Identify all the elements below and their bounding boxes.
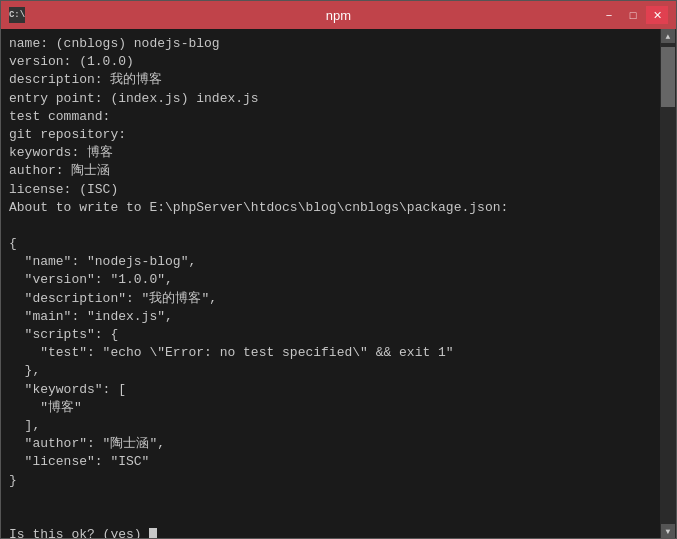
terminal-line-1: name: (cnblogs) nodejs-blog version: (1.… — [9, 36, 508, 538]
terminal-icon: C:\ — [9, 7, 25, 23]
terminal-output[interactable]: name: (cnblogs) nodejs-blog version: (1.… — [1, 29, 660, 538]
window-title: npm — [326, 8, 351, 23]
terminal-container: name: (cnblogs) nodejs-blog version: (1.… — [1, 29, 676, 538]
scrollbar-track[interactable] — [661, 43, 675, 524]
title-bar-left: C:\ — [9, 7, 25, 23]
scrollbar-up-arrow[interactable]: ▲ — [661, 29, 675, 43]
close-button[interactable]: ✕ — [646, 6, 668, 24]
scrollbar-thumb[interactable] — [661, 47, 675, 107]
scrollbar[interactable]: ▲ ▼ — [660, 29, 676, 538]
title-bar: C:\ npm − □ ✕ — [1, 1, 676, 29]
scrollbar-down-arrow[interactable]: ▼ — [661, 524, 675, 538]
window: C:\ npm − □ ✕ name: (cnblogs) nodejs-blo… — [0, 0, 677, 539]
maximize-button[interactable]: □ — [622, 6, 644, 24]
minimize-button[interactable]: − — [598, 6, 620, 24]
cursor — [149, 528, 157, 538]
title-bar-controls: − □ ✕ — [598, 6, 668, 24]
